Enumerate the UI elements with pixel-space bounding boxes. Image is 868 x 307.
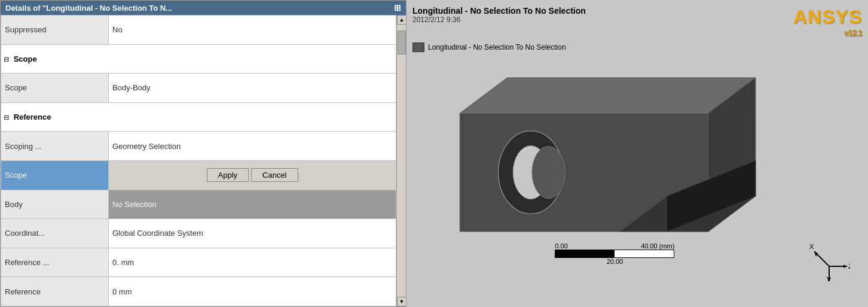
svg-marker-17 bbox=[814, 251, 818, 257]
scrollbar[interactable]: ▲ ▼ bbox=[396, 15, 406, 306]
panel-title-bar: Details of "Longitudinal - No Selection … bbox=[1, 1, 406, 15]
axis-svg: Z Y X bbox=[808, 239, 850, 281]
scale-black-segment bbox=[555, 250, 614, 258]
legend-label-text: Longitudinal - No Selection To No Select… bbox=[428, 43, 566, 51]
row-label-scoping: Scoping ... bbox=[1, 132, 109, 161]
row-label-suppressed: Suppressed bbox=[1, 16, 109, 45]
collapse-reference-icon[interactable]: ⊟ bbox=[4, 114, 9, 121]
table-row: Reference 0 mm bbox=[1, 277, 396, 306]
svg-text:X: X bbox=[809, 243, 814, 250]
svg-point-6 bbox=[532, 147, 565, 199]
scroll-thumb[interactable] bbox=[398, 31, 406, 54]
section-reference[interactable]: ⊟ Reference bbox=[1, 102, 396, 132]
ansys-logo-text: ANSYS bbox=[793, 6, 862, 28]
legend-color-swatch bbox=[412, 42, 424, 52]
table-row: Coordinat... Global Coordinate System bbox=[1, 219, 396, 248]
scroll-track[interactable] bbox=[397, 25, 406, 297]
apply-button[interactable]: Apply bbox=[207, 168, 249, 182]
scroll-up-button[interactable]: ▲ bbox=[397, 15, 406, 25]
table-row: Body No Selection bbox=[1, 190, 396, 219]
panel-title-text: Details of "Longitudinal - No Selection … bbox=[5, 4, 172, 13]
ansys-version-text: v12.1 bbox=[844, 28, 862, 38]
row-value-body-no-selection: No Selection bbox=[109, 190, 396, 219]
svg-text:Z: Z bbox=[848, 263, 850, 270]
table-row: Reference ... 0. mm bbox=[1, 248, 396, 277]
collapse-scope-icon[interactable]: ⊟ bbox=[4, 56, 9, 63]
pin-icon[interactable]: ⊞ bbox=[394, 3, 401, 13]
legend-bar: Longitudinal - No Selection To No Select… bbox=[412, 42, 862, 52]
viewport-3d[interactable]: 0.00 40.00 (mm) 20.00 Z Y bbox=[412, 56, 862, 301]
viewport-header: Longitudinal - No Selection To No Select… bbox=[412, 6, 862, 38]
details-table: Suppressed No ⊟ Scope Scope Body-Body bbox=[1, 15, 396, 306]
scale-bar bbox=[555, 250, 674, 258]
scale-label-right: 40.00 (mm) bbox=[641, 242, 674, 250]
details-panel: Details of "Longitudinal - No Selection … bbox=[0, 0, 407, 307]
row-label-body: Body bbox=[1, 190, 109, 219]
row-label-apply-scope: Scope bbox=[1, 160, 109, 190]
row-value-ref2: 0 mm bbox=[109, 277, 396, 306]
apply-cancel-cell: Apply Cancel bbox=[109, 160, 396, 190]
svg-marker-2 bbox=[460, 78, 756, 113]
table-row-apply-cancel: Scope Apply Cancel bbox=[1, 160, 396, 190]
section-reference-label: Reference bbox=[14, 113, 51, 121]
row-value-suppressed: No bbox=[109, 16, 396, 45]
viewport-panel: Longitudinal - No Selection To No Select… bbox=[407, 0, 868, 307]
row-label-coordinate: Coordinat... bbox=[1, 219, 109, 248]
table-wrapper: Suppressed No ⊟ Scope Scope Body-Body bbox=[1, 15, 406, 306]
apply-cancel-wrap: Apply Cancel bbox=[111, 162, 393, 189]
svg-text:Y: Y bbox=[826, 275, 831, 281]
table-row: Suppressed No bbox=[1, 16, 396, 45]
scale-bar-area: 0.00 40.00 (mm) 20.00 bbox=[555, 242, 674, 265]
axis-indicator: Z Y X bbox=[808, 239, 850, 283]
section-scope-label: Scope bbox=[14, 54, 37, 63]
cancel-button[interactable]: Cancel bbox=[251, 168, 298, 182]
scale-labels: 0.00 40.00 (mm) bbox=[555, 242, 674, 250]
viewport-title: Longitudinal - No Selection To No Select… bbox=[412, 6, 586, 16]
viewport-subtitle: 2012/2/12 9:36 bbox=[412, 16, 586, 24]
row-value-coordinate: Global Coordinate System bbox=[109, 219, 396, 248]
ansys-logo: ANSYS v12.1 bbox=[793, 6, 862, 38]
scale-white-segment bbox=[614, 250, 674, 258]
table-row: Scope Body-Body bbox=[1, 74, 396, 103]
svg-marker-11 bbox=[843, 265, 847, 268]
scroll-down-button[interactable]: ▼ bbox=[397, 297, 406, 306]
scale-mid-label: 20.00 bbox=[555, 258, 674, 265]
row-label-ref1: Reference ... bbox=[1, 248, 109, 277]
row-value-ref1: 0. mm bbox=[109, 248, 396, 277]
row-value-scope: Body-Body bbox=[109, 74, 396, 103]
section-scope[interactable]: ⊟ Scope bbox=[1, 44, 396, 74]
scale-label-left: 0.00 bbox=[555, 242, 567, 250]
row-label-ref2: Reference bbox=[1, 277, 109, 306]
table-row: Scoping ... Geometry Selection bbox=[1, 132, 396, 161]
row-value-scoping: Geometry Selection bbox=[109, 132, 396, 161]
viewport-title-block: Longitudinal - No Selection To No Select… bbox=[412, 6, 586, 24]
row-label-scope: Scope bbox=[1, 74, 109, 103]
